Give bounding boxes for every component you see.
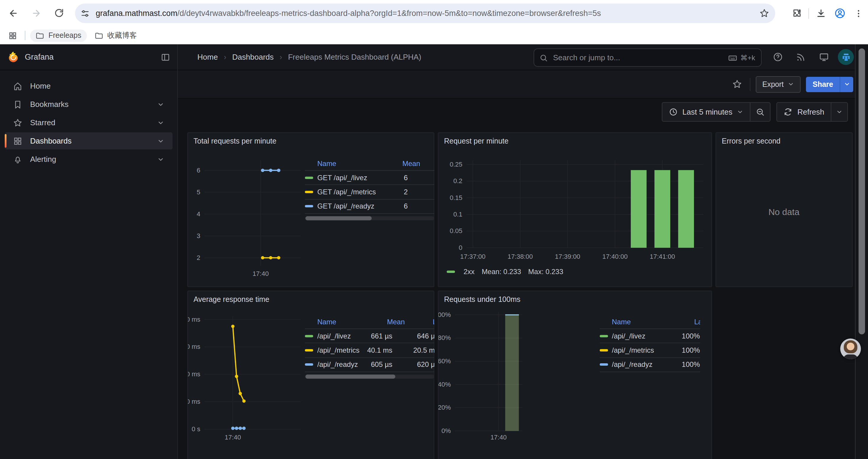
series-mean: Mean: 0.233 [482,268,521,276]
legend-row[interactable]: /api/_/metrics40.1 ms20.5 ms [305,343,434,358]
panel-title[interactable]: Average response time [193,295,270,304]
scrollbar-thumb[interactable] [306,374,395,379]
svg-text:40%: 40% [438,381,451,388]
legend-row[interactable]: GET /api/_/readyz6 [305,200,434,214]
extensions-button[interactable] [787,4,806,23]
browser-forward-button[interactable] [27,4,45,23]
refresh-button[interactable]: Refresh [777,103,831,121]
series-color-pill [305,191,313,193]
browser-back-button[interactable] [4,4,23,23]
share-button[interactable]: Share [806,76,840,92]
request-per-minute-chart[interactable]: 00.050.10.150.20.2517:37:0017:38:0017:39… [438,133,711,286]
sidebar: Grafana Home Bookmarks Starred [0,44,178,459]
series-color-pill [305,349,313,352]
scrollbar-thumb[interactable] [306,216,372,220]
legend-column-header[interactable]: Mean [382,159,420,167]
legend-scrollbar[interactable] [305,216,434,220]
legend-row[interactable]: /api/_/livez100% [599,329,700,343]
zoom-out-button[interactable] [751,103,770,121]
person-circle-icon [834,8,845,19]
legend-row[interactable]: /api/_/readyz100% [599,358,700,372]
sidebar-item-home[interactable]: Home [5,77,173,95]
svg-text:0.15: 0.15 [450,194,462,201]
breadcrumb: Home › Dashboards › Freeleaps Metrics Da… [197,53,421,61]
chevron-down-icon [737,109,744,115]
search-box[interactable]: ⌘+k [533,48,762,67]
panel-title[interactable]: Total requests per minute [193,137,277,145]
legend-column-header[interactable]: Name [305,159,382,167]
export-button[interactable]: Export [756,76,801,93]
page-scrollbar[interactable] [855,44,868,459]
breadcrumb-dashboards[interactable]: Dashboards [232,53,274,61]
legend-scrollbar[interactable] [305,374,434,379]
svg-text:17:39:00: 17:39:00 [555,253,580,260]
legend-column-header[interactable]: Mean [374,318,405,326]
refresh-group: Refresh [777,102,848,122]
search-input[interactable] [552,53,728,63]
folder-icon [35,31,44,40]
profile-button[interactable] [830,4,849,23]
news-rss-button[interactable] [792,48,809,66]
favorite-dashboard-button[interactable] [729,76,745,92]
user-avatar[interactable] [838,49,854,65]
svg-text:5: 5 [196,189,200,196]
legend-column-header[interactable]: Last * [683,318,700,326]
panel-title[interactable]: Requests under 100ms [444,295,521,304]
back-arrow-icon [8,8,18,18]
sidebar-item-alerting[interactable]: Alerting [5,151,173,168]
legend-column-header[interactable]: Name [305,318,374,326]
legend-header: NameLast * [599,315,700,329]
svg-text:0.25: 0.25 [450,161,462,168]
site-settings-icon[interactable] [80,8,90,18]
legend-row[interactable]: /api/_/metrics100% [599,343,700,358]
dock-menu-button[interactable] [161,52,170,62]
browser-reload-button[interactable] [50,4,68,23]
refresh-interval-button[interactable] [831,103,847,121]
apps-grid-button[interactable] [5,31,20,40]
legend-column-header[interactable]: Name [599,318,683,326]
chevron-down-icon[interactable] [157,119,164,126]
downloads-button[interactable] [811,4,830,23]
legend-table: NameLast */api/_/livez100%/api/_/metrics… [599,315,700,372]
time-range-picker[interactable]: Last 5 minutes [662,103,750,121]
page-scrollbar-thumb[interactable] [859,48,865,334]
sidebar-item-dashboards[interactable]: Dashboards [5,132,173,150]
panel-title[interactable]: Request per minute [444,137,508,145]
series-value: 40.1 ms [362,346,392,355]
clock-icon [669,107,678,117]
sidebar-item-label: Home [30,81,51,90]
bookmark-star-icon[interactable] [759,8,769,18]
svg-text:0%: 0% [441,427,451,434]
display-button[interactable] [815,48,833,66]
breadcrumb-home[interactable]: Home [197,53,218,61]
address-bar[interactable]: grafana.mathmast.com/d/deytv4rwavabkb/fr… [75,4,775,23]
legend-column-header[interactable]: Last * [405,318,434,326]
series-name: /api/_/readyz [317,361,358,369]
floating-assistant-avatar[interactable] [840,338,861,359]
time-range-group: Last 5 minutes [662,102,771,122]
help-button[interactable] [769,48,786,66]
sidebar-item-starred[interactable]: Starred [5,114,173,131]
legend-row[interactable]: /api/_/readyz605 µs620 µs [305,358,434,372]
chevron-down-icon[interactable] [157,156,164,163]
legend-row[interactable]: GET /api/_/livez6 [305,171,434,185]
share-menu-button[interactable] [840,76,853,92]
brand-title: Grafana [25,53,161,61]
breadcrumb-separator: › [224,53,226,61]
panel-title[interactable]: Errors per second [722,137,780,145]
svg-text:0 s: 0 s [191,425,200,433]
legend-inline[interactable]: 2xx Mean: 0.233 Max: 0.233 [446,268,563,276]
grafana-app: Grafana Home Bookmarks Starred [0,44,868,459]
browser-menu-button[interactable] [849,4,868,23]
chevron-down-icon[interactable] [157,137,164,144]
chevron-down-icon[interactable] [157,101,164,108]
sidebar-item-label: Alerting [30,155,56,164]
bookmark-folder-favorites[interactable]: 收藏博客 [89,29,142,42]
dashboard-canvas: Last 5 minutes Refresh [178,99,868,459]
sidebar-item-bookmarks[interactable]: Bookmarks [5,96,173,113]
bookmark-folder-freeleaps[interactable]: Freeleaps [30,29,87,42]
svg-text:60 ms: 60 ms [188,343,200,350]
legend-row[interactable]: /api/_/livez661 µs646 µs [305,329,434,343]
legend-row[interactable]: GET /api/_/metrics2 [305,185,434,200]
series-value: 2 [370,188,408,196]
